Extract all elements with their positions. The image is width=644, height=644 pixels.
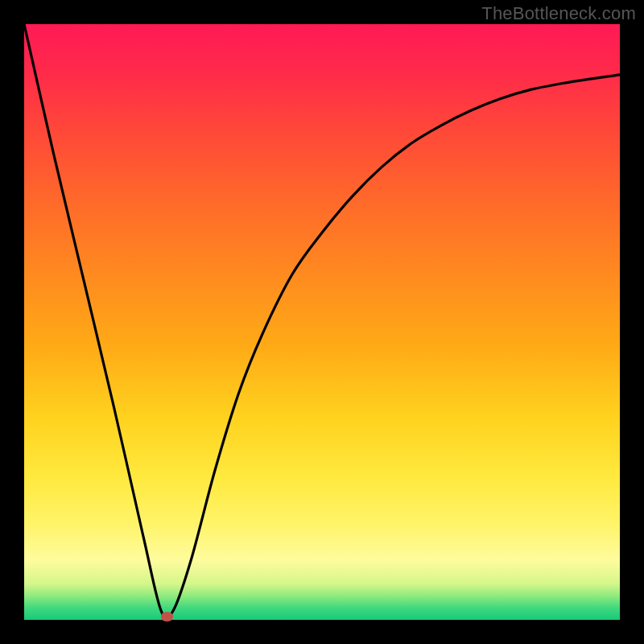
minimum-marker <box>161 612 173 621</box>
attribution-text: TheBottleneck.com <box>481 3 636 24</box>
plot-area <box>24 24 620 620</box>
bottleneck-curve <box>24 24 620 620</box>
chart-frame: TheBottleneck.com <box>0 0 644 644</box>
